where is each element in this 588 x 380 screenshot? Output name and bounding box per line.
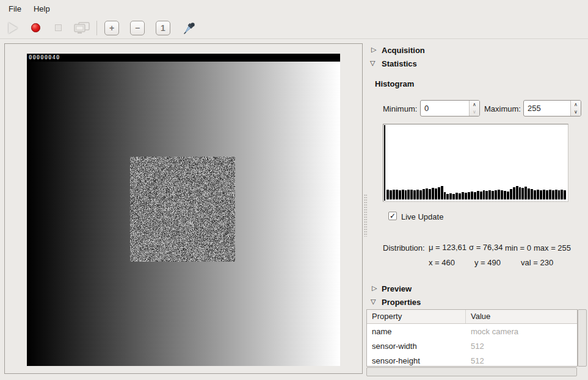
play-button[interactable] [4,19,22,37]
camera-image[interactable]: 00000040 [27,54,340,366]
expander-properties[interactable]: Properties [382,298,421,307]
distribution-min: min = 0 [505,243,531,253]
distribution-max: max = 255 [534,243,571,253]
stop-button [49,19,67,37]
table-row[interactable]: name mock camera [367,324,577,339]
maximum-spin-down[interactable]: ∨ [571,109,581,117]
live-update-checkbox[interactable]: ✓ [388,212,397,220]
color-picker-button[interactable] [180,19,198,37]
properties-table: Property Value name mock camera sensor-w… [366,309,578,367]
menu-file[interactable]: File [2,2,27,16]
properties-vertical-scrollbar[interactable]: ∧ ∨ [578,309,587,367]
distribution-label: Distribution: [383,243,425,253]
chevron-right-icon: ▷ [372,284,377,292]
maximum-spin-up[interactable]: ∧ [571,101,581,109]
record-button[interactable] [26,19,45,37]
property-value: 512 [466,353,484,367]
chevron-down-icon: ▽ [371,298,376,306]
property-name: sensor-width [367,339,466,353]
expander-preview[interactable]: Preview [382,284,412,293]
zoom-out-icon: − [135,23,140,33]
minimum-value[interactable]: 0 [421,101,469,116]
distribution-sigma: σ = 76,34 [469,243,503,252]
chevron-right-icon: ▷ [371,46,376,54]
property-value: 512 [466,339,484,353]
cursor-y: y = 490 [474,258,501,267]
toolbar: + − 1 [0,17,588,39]
noise-region [130,157,235,262]
minimum-label: Minimum: [383,104,417,113]
frame-counter: 00000040 [29,54,60,60]
zoom-in-icon: + [109,23,114,33]
monitor-icon [73,21,90,35]
properties-horizontal-scrollbar[interactable]: ‹ › [366,367,577,376]
zoom-original-icon: 1 [161,23,165,33]
property-name: name [367,324,466,339]
maximum-spinbox[interactable]: 255 ∧ ∨ [523,100,581,117]
check-icon: ✓ [390,212,396,220]
cursor-x: x = 460 [429,258,455,267]
property-value: mock camera [466,324,518,339]
distribution-mu: μ = 123,61 [429,243,466,252]
histogram-plot [383,124,568,202]
display-button [71,19,93,37]
histogram-bars [387,125,566,199]
stop-icon [55,24,62,31]
chevron-down-icon: ▽ [370,59,375,67]
maximum-value[interactable]: 255 [524,101,570,116]
table-header: Property Value [367,310,577,324]
column-header-property[interactable]: Property [367,310,466,323]
zoom-in-button[interactable]: + [104,21,119,35]
pane-splitter-grip[interactable] [364,194,367,237]
eyedropper-icon [183,21,196,35]
table-row[interactable]: sensor-width 512 [367,339,577,353]
toolbar-separator [96,21,97,35]
live-update-label[interactable]: Live Update [401,212,443,221]
minimum-spin-up[interactable]: ∧ [470,101,479,109]
cursor-val: val = 230 [521,258,553,267]
record-icon [31,23,40,32]
histogram-y-axis [384,125,385,201]
menu-help[interactable]: Help [27,2,56,16]
table-row[interactable]: sensor-height 512 [367,353,577,367]
expander-statistics[interactable]: Statistics [382,59,417,68]
frame-counter-bar: 00000040 [27,54,340,62]
zoom-original-button[interactable]: 1 [156,21,170,35]
histogram-title: Histogram [375,79,414,88]
minimum-spinbox[interactable]: 0 ∧ ∨ [420,100,480,117]
column-header-value[interactable]: Value [466,310,490,323]
menu-bar: File Help [0,0,588,17]
play-icon [9,23,18,34]
zoom-out-button[interactable]: − [130,21,145,35]
property-name: sensor-height [367,353,466,367]
minimum-spin-down: ∨ [470,109,479,117]
maximum-label: Maximum: [484,104,521,113]
expander-acquisition[interactable]: Acquisition [382,46,425,55]
